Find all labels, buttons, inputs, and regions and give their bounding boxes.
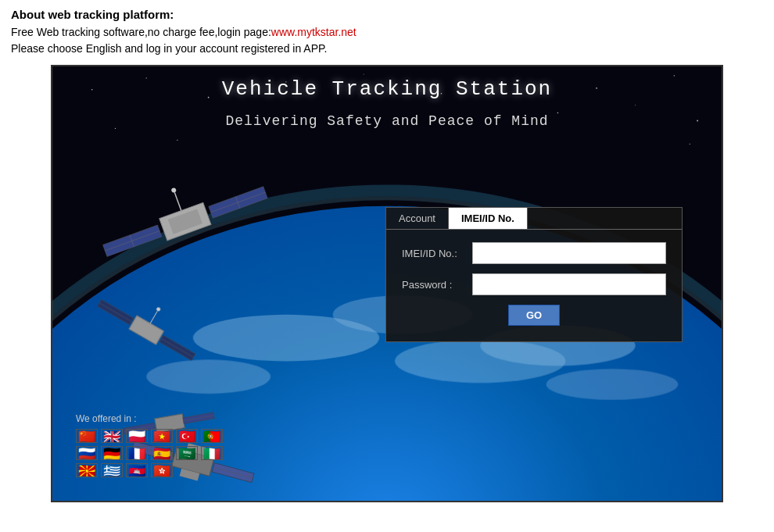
website-link[interactable]: www.mytkstar.net (271, 26, 357, 38)
svg-point-23 (146, 359, 271, 394)
imei-input[interactable] (472, 242, 666, 264)
bottom-left-area: We offered in : 🇨🇳 🇬🇧 🇵🇱 🇻🇳 🇹🇷 🇵🇹 🇷🇺 🇩🇪 … (76, 413, 223, 477)
flag-it[interactable]: 🇮🇹 (201, 446, 223, 460)
login-panel: Account IMEI/ID No. IMEI/ID No.: Passwor… (385, 207, 683, 342)
info-section: About web tracking platform: Free Web tr… (0, 0, 774, 65)
svg-point-15 (690, 144, 690, 145)
flag-es[interactable]: 🇪🇸 (151, 446, 173, 460)
svg-point-25 (546, 369, 679, 400)
subtitle: Delivering Safety and Peace of Mind (225, 113, 548, 129)
password-row: Password : (402, 273, 666, 295)
go-button[interactable]: GO (508, 305, 560, 326)
imei-label: IMEI/ID No.: (402, 248, 472, 259)
flag-vn[interactable]: 🇻🇳 (151, 429, 173, 443)
password-label: Password : (402, 279, 472, 291)
imei-row: IMEI/ID No.: (402, 242, 666, 264)
offered-label: We offered in : (76, 413, 223, 424)
flag-row-1: 🇨🇳 🇬🇧 🇵🇱 🇻🇳 🇹🇷 🇵🇹 (76, 429, 223, 443)
flag-row-3: 🇲🇰 🇬🇷 🇰🇭 🇭🇰 (76, 463, 223, 477)
subtitle-area: Delivering Safety and Peace of Mind (52, 113, 722, 129)
flag-row-2: 🇷🇺 🇩🇪 🇫🇷 🇪🇸 🇸🇦 🇮🇹 (76, 446, 223, 460)
flag-rows: 🇨🇳 🇬🇧 🇵🇱 🇻🇳 🇹🇷 🇵🇹 🇷🇺 🇩🇪 🇫🇷 🇪🇸 🇸🇦 🇮🇹 🇲 (76, 429, 223, 477)
password-input[interactable] (472, 273, 666, 295)
info-line2: Please choose English and log in your ac… (11, 41, 763, 57)
flag-cn[interactable]: 🇨🇳 (76, 429, 98, 443)
svg-point-13 (177, 140, 177, 141)
flag-gb[interactable]: 🇬🇧 (101, 429, 123, 443)
flag-kh[interactable]: 🇰🇭 (126, 463, 148, 477)
flag-gr[interactable]: 🇬🇷 (101, 463, 123, 477)
form-area: IMEI/ID No.: Password : GO (386, 242, 682, 326)
flag-mk[interactable]: 🇲🇰 (76, 463, 98, 477)
flag-tr[interactable]: 🇹🇷 (176, 429, 198, 443)
info-line1: Free Web tracking software,no charge fee… (11, 24, 763, 41)
flag-de[interactable]: 🇩🇪 (101, 446, 123, 460)
flag-hk[interactable]: 🇭🇰 (151, 463, 173, 477)
flag-fr[interactable]: 🇫🇷 (126, 446, 148, 460)
flag-sa[interactable]: 🇸🇦 (176, 446, 198, 460)
title-bar: Vehicle Tracking Station (52, 66, 722, 107)
tab-bar: Account IMEI/ID No. (386, 208, 682, 230)
main-container: Vehicle Tracking Station Delivering Safe… (51, 65, 723, 502)
main-title: Vehicle Tracking Station (222, 77, 552, 101)
tab-imei[interactable]: IMEI/ID No. (449, 208, 528, 229)
flag-ru[interactable]: 🇷🇺 (76, 446, 98, 460)
info-title: About web tracking platform: (11, 8, 763, 21)
flag-pt[interactable]: 🇵🇹 (201, 429, 223, 443)
tab-account[interactable]: Account (386, 208, 449, 229)
flag-pl[interactable]: 🇵🇱 (126, 429, 148, 443)
